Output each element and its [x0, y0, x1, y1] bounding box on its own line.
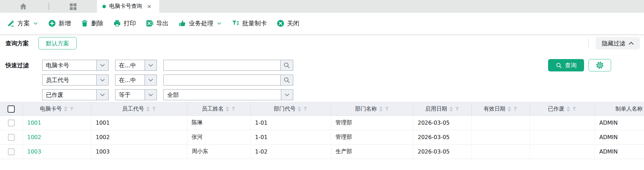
- column-header[interactable]: 员工姓名: [187, 102, 250, 116]
- sort-icon[interactable]: [298, 106, 301, 112]
- settings-button[interactable]: [589, 59, 611, 71]
- card-number-link[interactable]: 1003: [27, 148, 41, 155]
- toolbar-button-label: 关闭: [287, 19, 299, 27]
- default-scheme-button[interactable]: 默认方案: [38, 37, 77, 49]
- home-icon[interactable]: [17, 0, 29, 13]
- filter-operator-select-value: 在...中: [115, 75, 145, 85]
- row-checkbox[interactable]: [8, 134, 15, 141]
- toolbar-button-print[interactable]: 打印: [113, 19, 136, 27]
- chevron-down-icon[interactable]: [216, 21, 222, 26]
- toolbar-button-process[interactable]: 业务处理: [178, 19, 222, 27]
- column-header[interactable]: 制单人名称: [595, 102, 644, 116]
- sort-icon[interactable]: [146, 106, 150, 112]
- filter-value-input[interactable]: [164, 60, 280, 70]
- chevron-down-icon[interactable]: [145, 60, 157, 70]
- column-header-label: 启用日期: [425, 105, 447, 113]
- search-button[interactable]: 查询: [548, 59, 584, 71]
- close-icon: [276, 19, 285, 27]
- column-header[interactable]: 有效日期: [471, 102, 530, 116]
- column-header[interactable]: 部门名称: [331, 102, 413, 116]
- card-number-link[interactable]: 1001: [27, 120, 41, 126]
- add-icon: [48, 19, 56, 27]
- filter-operator-select[interactable]: 在...中: [115, 75, 157, 86]
- chevron-down-icon[interactable]: [96, 90, 108, 100]
- sort-icon[interactable]: [379, 106, 383, 112]
- card-number-link[interactable]: 1002: [27, 134, 41, 140]
- filter-field-select[interactable]: 已作废: [42, 89, 109, 100]
- chevron-down-icon[interactable]: [96, 60, 108, 70]
- column-header-label: 员工代号: [122, 105, 144, 113]
- chevron-down-icon[interactable]: [145, 90, 157, 100]
- filter-funnel-icon[interactable]: [231, 107, 236, 111]
- sort-icon[interactable]: [567, 106, 570, 112]
- table-cell: 1-01: [250, 130, 331, 145]
- tab-card-query[interactable]: 电脑卡号查询 ×: [97, 0, 159, 13]
- filter-value-field: [163, 75, 293, 86]
- search-icon: [556, 62, 562, 69]
- filter-funnel-icon[interactable]: [70, 107, 74, 111]
- filter-value-select[interactable]: 全部: [163, 89, 293, 100]
- filter-value-field: [163, 60, 293, 71]
- toolbar-button-scheme[interactable]: 方案: [7, 19, 38, 27]
- search-icon[interactable]: [280, 60, 293, 70]
- filter-funnel-icon[interactable]: [513, 107, 518, 111]
- filter-operator-select[interactable]: 在...中: [115, 60, 157, 71]
- table-cell: 张河: [187, 130, 250, 145]
- filter-field-select-value: 已作废: [42, 90, 96, 100]
- toolbar-button-delete[interactable]: 删除: [80, 19, 103, 27]
- filter-funnel-icon[interactable]: [572, 107, 577, 111]
- select-all-checkbox[interactable]: [8, 105, 15, 113]
- hide-filter-label: 隐藏过滤: [602, 39, 625, 47]
- toolbar-button-batch[interactable]: 批量制卡: [232, 19, 267, 27]
- filter-field-select[interactable]: 电脑卡号: [42, 60, 109, 71]
- filter-funnel-icon[interactable]: [455, 107, 459, 111]
- table-row: 10011001陈琳1-01管理部2026-03-05ADMIN: [0, 116, 644, 130]
- sort-icon[interactable]: [508, 106, 511, 112]
- search-icon[interactable]: [280, 75, 293, 85]
- filter-field-select-value: 电脑卡号: [42, 60, 96, 70]
- sort-icon[interactable]: [226, 106, 229, 112]
- column-header[interactable]: 启用日期: [413, 102, 471, 116]
- tabbar-divider: [49, 3, 49, 10]
- table-cell: 1-01: [250, 116, 331, 130]
- row-checkbox[interactable]: [8, 148, 15, 155]
- column-header[interactable]: 员工代号: [91, 102, 187, 116]
- table-cell: 1-02: [250, 145, 331, 159]
- column-header[interactable]: 部门代号: [250, 102, 331, 116]
- sort-icon[interactable]: [449, 106, 453, 112]
- filter-value-input[interactable]: [164, 75, 280, 85]
- scheme-icon: [7, 19, 15, 27]
- toolbar-button-close[interactable]: 关闭: [276, 19, 299, 27]
- chevron-down-icon[interactable]: [33, 21, 38, 26]
- tab-close-icon[interactable]: ×: [147, 3, 151, 10]
- filter-funnel-icon[interactable]: [303, 107, 308, 111]
- table-cell: [471, 116, 530, 130]
- table-cell: [530, 130, 595, 145]
- toolbar-button-add[interactable]: 新增: [48, 19, 71, 27]
- chevron-down-icon[interactable]: [96, 75, 108, 85]
- column-header-label: 有效日期: [484, 105, 506, 113]
- filter-operator-select[interactable]: 等于: [115, 89, 157, 100]
- column-header[interactable]: 已作废: [530, 102, 595, 116]
- filter-funnel-icon[interactable]: [152, 107, 156, 111]
- table-cell: 1002: [91, 130, 187, 145]
- toolbar: 方案新增删除打印导出业务处理批量制卡关闭: [0, 13, 644, 34]
- table-cell: [530, 145, 595, 159]
- print-icon: [113, 19, 121, 27]
- column-header-label: 制单人名称: [615, 105, 643, 113]
- grid-icon[interactable]: [67, 0, 79, 13]
- column-header[interactable]: 电脑卡号: [23, 102, 91, 116]
- toolbar-button-export[interactable]: 导出: [146, 19, 169, 27]
- tab-label: 电脑卡号查询: [109, 3, 142, 10]
- filter-operator-select-value: 在...中: [115, 60, 145, 70]
- row-checkbox[interactable]: [8, 120, 15, 126]
- chevron-down-icon[interactable]: [281, 90, 293, 100]
- scheme-label: 查询方案: [5, 39, 29, 47]
- filter-funnel-icon[interactable]: [385, 107, 389, 111]
- hide-filter-button[interactable]: 隐藏过滤: [596, 37, 640, 49]
- sort-icon[interactable]: [64, 106, 67, 112]
- table-cell: 1001: [23, 116, 91, 130]
- toolbar-button-label: 批量制卡: [242, 19, 267, 27]
- chevron-down-icon[interactable]: [145, 75, 157, 85]
- filter-field-select[interactable]: 员工代号: [42, 75, 109, 86]
